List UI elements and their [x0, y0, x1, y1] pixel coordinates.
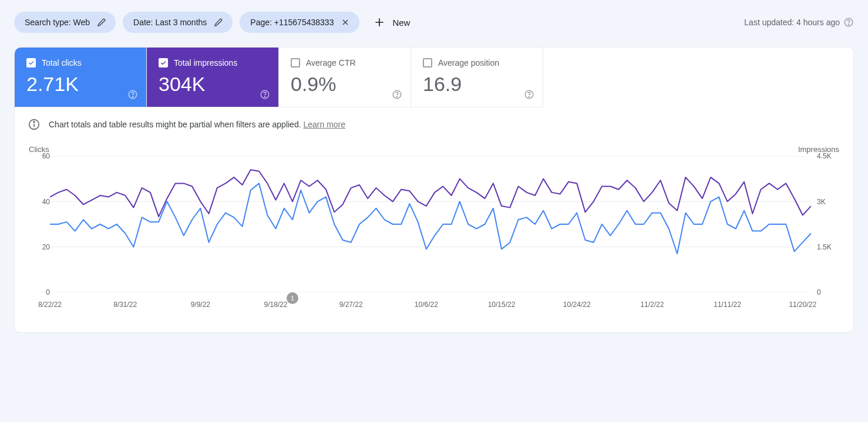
metric-position-label: Average position [438, 58, 499, 67]
svg-point-9 [529, 97, 529, 97]
add-filter-button[interactable]: New [366, 12, 417, 33]
chart: Clicks Impressions 6040200 4.5K3K1.5K0 8… [15, 134, 853, 332]
learn-more-link[interactable]: Learn more [303, 120, 345, 129]
help-icon[interactable] [524, 89, 534, 100]
svg-point-12 [33, 121, 35, 123]
x-tick: 10/15/22 [488, 301, 516, 309]
checkbox-unchecked-icon [423, 58, 432, 67]
metric-impressions[interactable]: Total impressions 304K [147, 48, 279, 107]
metric-impressions-label: Total impressions [174, 58, 237, 67]
info-banner: Chart totals and table results might be … [15, 107, 853, 134]
svg-point-3 [132, 97, 133, 97]
performance-card: Total clicks 2.71K Total impressions 304… [14, 47, 854, 333]
plot-area[interactable] [50, 156, 811, 292]
last-updated: Last updated: 4 hours ago [744, 17, 854, 28]
x-tick: 11/11/22 [714, 301, 741, 309]
filter-search-type[interactable]: Search type: Web [14, 12, 116, 33]
close-icon[interactable] [339, 16, 351, 28]
checkbox-unchecked-icon [291, 58, 300, 67]
add-filter-label: New [392, 18, 410, 28]
svg-point-1 [848, 24, 849, 25]
metric-ctr-value: 0.9% [291, 73, 399, 95]
metric-clicks-value: 2.71K [26, 73, 134, 95]
metric-position-value: 16.9 [423, 73, 531, 95]
x-tick: 11/20/22 [789, 301, 816, 309]
x-tick: 8/31/22 [113, 301, 137, 309]
x-tick: 8/22/22 [38, 301, 62, 309]
metric-position[interactable]: Average position 16.9 [411, 48, 543, 107]
x-tick: 9/27/22 [339, 301, 363, 309]
help-icon[interactable] [127, 89, 138, 100]
metric-impressions-value: 304K [159, 73, 267, 95]
svg-point-5 [264, 97, 265, 97]
x-tick: 9/9/22 [191, 301, 210, 309]
y-axis-left: 6040200 [29, 156, 50, 292]
pencil-icon [213, 16, 224, 28]
y-right-tick: 0 [817, 288, 845, 296]
metric-clicks-label: Total clicks [42, 58, 82, 67]
metric-ctr[interactable]: Average CTR 0.9% [279, 48, 411, 107]
info-icon [28, 118, 41, 131]
y-right-tick: 4.5K [817, 152, 845, 160]
info-banner-message: Chart totals and table results might be … [49, 120, 303, 129]
last-updated-text: Last updated: 4 hours ago [744, 18, 840, 27]
x-tick: 10/6/22 [415, 301, 438, 309]
help-icon[interactable] [392, 89, 402, 100]
y-left-tick: 20 [29, 243, 50, 251]
metric-ctr-label: Average CTR [306, 58, 356, 67]
filter-bar: Search type: Web Date: Last 3 months Pag… [0, 0, 868, 47]
plus-icon [374, 16, 385, 28]
x-axis: 8/22/228/31/229/9/229/18/229/27/2210/6/2… [50, 292, 811, 316]
filter-date-label: Date: Last 3 months [133, 18, 207, 27]
event-marker[interactable]: 1 [287, 292, 298, 304]
checkbox-checked-icon [159, 58, 168, 67]
filter-page[interactable]: Page: +115675438333 [240, 12, 359, 33]
x-tick: 9/18/22 [264, 301, 287, 309]
info-banner-text: Chart totals and table results might be … [49, 120, 345, 129]
help-icon[interactable] [843, 17, 854, 28]
y-right-tick: 3K [817, 198, 845, 206]
svg-point-7 [396, 97, 397, 97]
pencil-icon [96, 16, 107, 28]
y-left-tick: 60 [29, 152, 50, 160]
metric-clicks[interactable]: Total clicks 2.71K [15, 48, 147, 107]
y-axis-right: 4.5K3K1.5K0 [811, 156, 839, 292]
y-left-tick: 0 [29, 288, 50, 296]
filter-search-type-label: Search type: Web [25, 18, 90, 27]
filter-page-label: Page: +115675438333 [250, 18, 334, 27]
checkbox-checked-icon [26, 58, 36, 67]
x-tick: 11/2/22 [640, 301, 664, 309]
help-icon[interactable] [260, 89, 270, 100]
y-left-tick: 40 [29, 198, 50, 206]
filter-date[interactable]: Date: Last 3 months [123, 12, 233, 33]
x-tick: 10/24/22 [563, 301, 591, 309]
y-right-tick: 1.5K [817, 243, 845, 251]
metric-row: Total clicks 2.71K Total impressions 304… [15, 48, 853, 107]
